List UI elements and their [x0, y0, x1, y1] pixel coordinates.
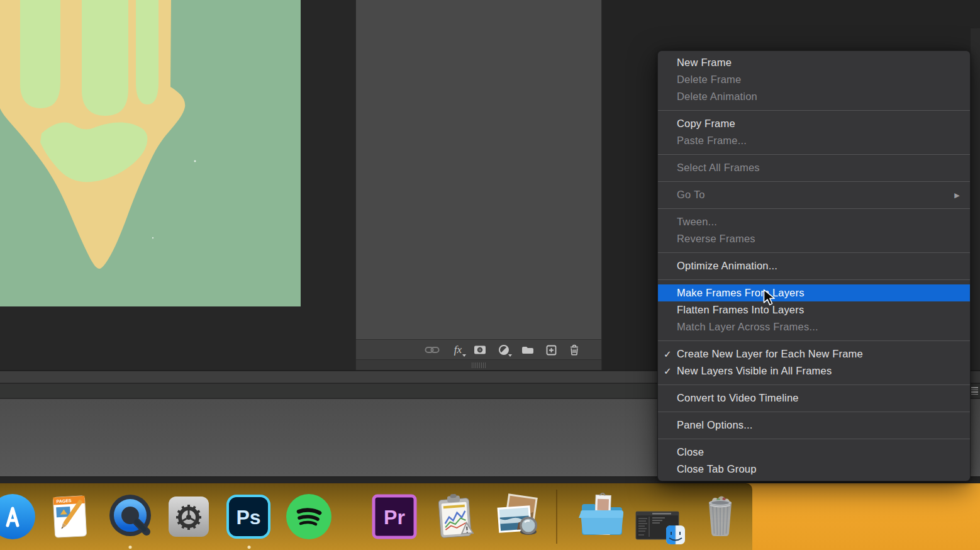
panel-drag-grip-icon[interactable]: [472, 362, 486, 368]
menu-separator: [658, 340, 970, 341]
dock-minimized-window-icon[interactable]: [633, 493, 681, 541]
menu-item-make-frames-from-layers[interactable]: Make Frames From Layers: [658, 284, 970, 301]
menu-item-close[interactable]: Close: [658, 444, 970, 461]
premiere-icon-label: Pr: [384, 506, 405, 529]
menu-separator: [658, 208, 970, 209]
running-indicator-photoshop: [248, 546, 251, 549]
menu-item-go-to[interactable]: Go To ▶: [658, 186, 970, 203]
dock-quicktime-icon[interactable]: [106, 493, 154, 541]
menu-item-new-layers-visible-in-all-frames[interactable]: ✓ New Layers Visible in All Frames: [658, 362, 970, 379]
checkmark-icon: ✓: [664, 349, 672, 360]
pencil-drawing: [0, 0, 301, 306]
dock-premiere-pro-icon[interactable]: Pr: [370, 493, 418, 541]
checkmark-icon: ✓: [664, 366, 672, 377]
layer-mask-icon[interactable]: [471, 340, 489, 360]
dock-trash-icon[interactable]: [696, 493, 744, 541]
submenu-arrow-icon: ▶: [954, 191, 960, 199]
panel-menu-icon[interactable]: [971, 387, 978, 396]
menu-separator: [658, 252, 970, 253]
dock-app-store-icon[interactable]: [0, 493, 36, 541]
menu-item-create-new-layer-for-each-new-frame[interactable]: ✓ Create New Layer for Each New Frame: [658, 345, 970, 362]
document-canvas[interactable]: [0, 0, 301, 306]
menu-item-select-all-frames[interactable]: Select All Frames: [658, 159, 970, 176]
photoshop-screen: fx: [0, 0, 980, 550]
dock-photoshop-icon[interactable]: Ps: [225, 493, 272, 541]
adjustment-dropdown-arrow-icon: [508, 354, 512, 357]
photoshop-icon-label: Ps: [236, 506, 260, 529]
new-layer-icon[interactable]: [542, 340, 560, 360]
svg-text:PAGES: PAGES: [57, 498, 72, 503]
link-layers-icon[interactable]: [423, 340, 442, 360]
delete-layer-icon[interactable]: [565, 340, 584, 360]
panel-edge-sliver: [971, 28, 980, 370]
timeline-panel-context-menu: New Frame Delete Frame Delete Animation …: [657, 50, 971, 481]
layers-panel-resize-bar[interactable]: [356, 359, 601, 370]
fx-dropdown-arrow-icon: [462, 354, 466, 357]
adjustment-layer-icon[interactable]: [494, 340, 513, 360]
dock-downloads-folder-icon[interactable]: [578, 493, 626, 541]
group-folder-icon[interactable]: [518, 340, 537, 360]
menu-item-panel-options[interactable]: Panel Options...: [658, 417, 970, 434]
menu-separator: [658, 439, 970, 439]
menu-item-delete-frame[interactable]: Delete Frame: [658, 71, 970, 88]
menu-separator: [658, 181, 970, 182]
dock-system-preferences-icon[interactable]: [165, 493, 213, 541]
menu-item-paste-frame[interactable]: Paste Frame...: [658, 132, 970, 149]
menu-item-tween[interactable]: Tween...: [658, 213, 970, 230]
menu-item-new-frame[interactable]: New Frame: [658, 54, 970, 71]
dock-separator: [556, 490, 557, 544]
menu-item-copy-frame[interactable]: Copy Frame: [658, 115, 970, 132]
menu-separator: [658, 384, 970, 385]
layers-panel: fx: [355, 0, 602, 370]
desktop-strip: PAGES Ps Pr: [0, 483, 980, 550]
menu-item-match-layer-across-frames[interactable]: Match Layer Across Frames...: [658, 318, 970, 335]
dock-preview-icon[interactable]: [493, 493, 541, 541]
layer-style-fx-icon[interactable]: fx: [448, 340, 467, 360]
menu-separator: [658, 412, 970, 412]
menu-item-delete-animation[interactable]: Delete Animation: [658, 88, 970, 105]
menu-separator: [658, 279, 970, 280]
dock-spotify-icon[interactable]: [285, 493, 333, 541]
menu-separator: [658, 154, 970, 155]
running-indicator-quicktime: [129, 546, 132, 549]
menu-item-flatten-frames-into-layers[interactable]: Flatten Frames Into Layers: [658, 301, 970, 318]
menu-item-convert-to-video-timeline[interactable]: Convert to Video Timeline: [658, 390, 970, 407]
menu-separator: [658, 110, 970, 111]
dock-clipboard-chart-icon[interactable]: [431, 493, 479, 541]
menu-item-optimize-animation[interactable]: Optimize Animation...: [658, 257, 970, 274]
menu-item-close-tab-group[interactable]: Close Tab Group: [658, 461, 970, 478]
menu-item-reverse-frames[interactable]: Reverse Frames: [658, 230, 970, 247]
dock-pages-icon[interactable]: PAGES: [47, 493, 94, 541]
layers-panel-toolbar: fx: [356, 339, 601, 359]
